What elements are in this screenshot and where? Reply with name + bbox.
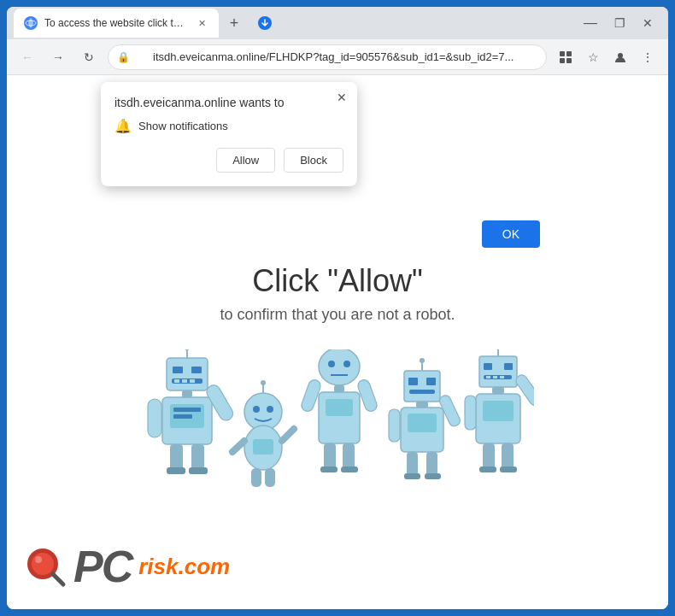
svg-rect-3 — [560, 51, 565, 56]
svg-rect-38 — [265, 468, 275, 487]
svg-rect-22 — [148, 399, 161, 437]
svg-rect-6 — [566, 58, 572, 63]
address-bar: ← → ↻ 🔒 itsdh.eveicanma.online/FLHDKP?ta… — [7, 39, 668, 75]
forward-button[interactable]: → — [46, 45, 70, 69]
svg-rect-63 — [389, 409, 400, 442]
svg-rect-60 — [416, 402, 428, 408]
address-input[interactable]: 🔒 itsdh.eveicanma.online/FLHDKP?tag_id=9… — [108, 44, 547, 70]
svg-rect-21 — [173, 414, 192, 419]
popup-close-button[interactable]: ✕ — [333, 89, 350, 106]
grid-icon[interactable] — [554, 45, 578, 69]
title-bar: To access the website click the "A ✕ + —… — [7, 7, 668, 39]
reload-button[interactable]: ↻ — [77, 45, 101, 69]
brand-pc: PC — [73, 541, 132, 592]
minimize-button[interactable]: — — [575, 12, 606, 34]
ok-button[interactable]: OK — [482, 220, 540, 248]
footer-logo: PC risk.com — [24, 541, 230, 592]
sub-heading: to confirm that you are not a robot. — [220, 306, 455, 324]
browser-tab[interactable]: To access the website click the "A ✕ — [14, 9, 219, 38]
svg-rect-5 — [560, 58, 565, 63]
svg-rect-12 — [191, 367, 202, 373]
svg-point-32 — [267, 406, 273, 413]
svg-point-31 — [253, 406, 260, 413]
svg-point-43 — [343, 361, 350, 367]
svg-rect-11 — [173, 367, 183, 373]
maximize-button[interactable]: ❐ — [608, 13, 632, 33]
svg-rect-15 — [182, 379, 187, 383]
address-right-icons: ☆ ⋮ — [554, 45, 660, 69]
svg-rect-76 — [493, 376, 497, 378]
svg-point-56 — [420, 358, 425, 363]
svg-rect-65 — [407, 452, 418, 476]
svg-rect-45 — [334, 385, 344, 392]
lock-icon: 🔒 — [117, 51, 130, 63]
svg-rect-26 — [167, 467, 185, 474]
svg-rect-81 — [465, 396, 476, 430]
svg-rect-59 — [409, 390, 435, 394]
svg-rect-84 — [502, 443, 514, 469]
svg-rect-16 — [190, 379, 195, 383]
download-icon[interactable] — [253, 11, 277, 35]
svg-line-90 — [53, 574, 63, 584]
svg-rect-75 — [486, 376, 490, 378]
notification-row: 🔔 Show notifications — [114, 118, 343, 134]
svg-rect-52 — [320, 466, 338, 472]
svg-rect-85 — [479, 466, 496, 472]
svg-rect-27 — [189, 467, 208, 474]
profile-icon[interactable] — [608, 45, 632, 69]
svg-point-39 — [319, 349, 360, 385]
browser-content: ✕ itsdh.eveicanma.online wants to 🔔 Show… — [7, 75, 668, 609]
svg-rect-4 — [566, 51, 572, 56]
svg-rect-24 — [170, 444, 183, 470]
notification-popup: ✕ itsdh.eveicanma.online wants to 🔔 Show… — [101, 82, 357, 186]
svg-point-30 — [261, 380, 266, 385]
svg-point-10 — [185, 349, 190, 350]
svg-point-89 — [35, 556, 42, 563]
svg-rect-20 — [173, 408, 201, 412]
svg-rect-14 — [174, 379, 179, 383]
notification-label: Show notifications — [138, 120, 228, 132]
svg-rect-73 — [504, 363, 513, 370]
block-button[interactable]: Block — [284, 148, 343, 173]
browser-window: To access the website click the "A ✕ + —… — [7, 7, 668, 609]
allow-button[interactable]: Allow — [216, 148, 275, 173]
svg-rect-51 — [343, 443, 355, 469]
svg-rect-86 — [500, 466, 517, 472]
svg-rect-77 — [500, 376, 504, 378]
close-button[interactable]: ✕ — [634, 13, 661, 33]
svg-rect-54 — [404, 371, 440, 402]
svg-line-35 — [232, 441, 244, 452]
svg-rect-57 — [408, 378, 418, 385]
svg-rect-34 — [253, 439, 273, 455]
robots-illustration — [141, 349, 534, 495]
svg-point-88 — [32, 553, 54, 575]
svg-rect-83 — [483, 443, 495, 469]
new-tab-button[interactable]: + — [222, 11, 246, 35]
popup-title: itsdh.eveicanma.online wants to — [114, 96, 343, 109]
popup-buttons: Allow Block — [114, 148, 343, 173]
svg-rect-68 — [425, 473, 441, 479]
svg-rect-50 — [324, 443, 336, 469]
svg-rect-17 — [182, 390, 192, 397]
svg-rect-37 — [251, 468, 261, 487]
magnifier-icon — [24, 545, 67, 588]
brand-risk: risk.com — [138, 554, 230, 580]
svg-rect-25 — [191, 444, 204, 470]
tab-favicon — [24, 16, 38, 30]
svg-rect-67 — [404, 473, 420, 479]
svg-rect-53 — [341, 466, 358, 472]
svg-rect-72 — [484, 363, 492, 370]
svg-rect-58 — [426, 378, 436, 385]
svg-line-36 — [282, 429, 294, 441]
bookmark-icon[interactable]: ☆ — [581, 45, 605, 69]
svg-rect-62 — [408, 414, 437, 432]
main-heading: Click "Allow" — [252, 263, 423, 299]
svg-rect-8 — [167, 358, 208, 390]
svg-point-42 — [328, 361, 335, 367]
back-button[interactable]: ← — [15, 45, 39, 69]
tab-close-button[interactable]: ✕ — [195, 16, 208, 30]
svg-rect-78 — [492, 387, 504, 394]
svg-rect-66 — [426, 452, 437, 476]
menu-icon[interactable]: ⋮ — [636, 45, 660, 69]
svg-rect-80 — [483, 401, 514, 421]
